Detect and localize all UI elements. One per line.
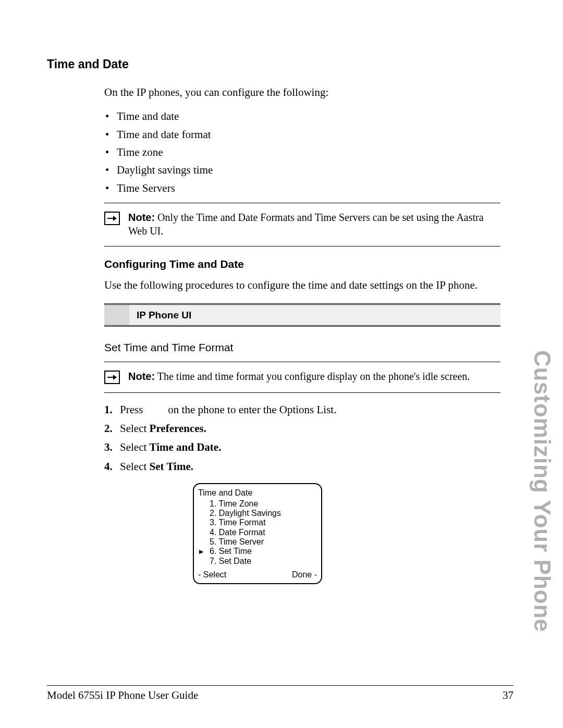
config-bullet-list: Time and date Time and date format Time … bbox=[104, 109, 500, 195]
bullet-item: Daylight savings time bbox=[117, 163, 500, 177]
note-body: Only the Time and Date Formats and Time … bbox=[128, 212, 484, 237]
softkey-done: Done - bbox=[292, 570, 317, 579]
note-text: Note: The time and time format you confi… bbox=[128, 369, 470, 383]
bullet-item: Time and date format bbox=[117, 127, 500, 142]
heading-time-and-date: Time and Date bbox=[47, 57, 513, 71]
step-text: Press bbox=[120, 403, 143, 416]
note-block: Note: The time and time format you confi… bbox=[104, 366, 500, 388]
step-item: Select Preferences. bbox=[104, 421, 500, 436]
step-bold-term: Time and Date. bbox=[150, 441, 222, 453]
note-label: Note: bbox=[128, 212, 155, 223]
step-bold-term: Set Time. bbox=[150, 460, 193, 473]
phone-menu-item: 5. Time Server bbox=[210, 537, 317, 547]
phone-softkeys: - Select Done - bbox=[198, 570, 317, 579]
body-content: On the IP phones, you can configure the … bbox=[104, 85, 500, 584]
ui-bar-tab bbox=[104, 305, 129, 326]
footer-page-number: 37 bbox=[503, 689, 513, 702]
phone-menu-item: 1. Time Zone bbox=[210, 499, 317, 509]
phone-screen-illustration: Time and Date 1. Time Zone 2. Daylight S… bbox=[193, 483, 500, 584]
phone-menu-items: 1. Time Zone 2. Daylight Savings 3. Time… bbox=[198, 499, 317, 566]
ui-context-bar: IP Phone UI bbox=[104, 303, 500, 327]
bullet-item: Time zone bbox=[117, 145, 500, 159]
divider bbox=[104, 203, 500, 203]
phone-menu-item-selected: 6. Set Time bbox=[210, 547, 317, 556]
footer-doc-title: Model 6755i IP Phone User Guide bbox=[47, 689, 198, 702]
step-text: Select bbox=[120, 422, 150, 435]
note-block: Note: Only the Time and Date Formats and… bbox=[104, 207, 500, 242]
document-page: Customizing Your Phone Time and Date On … bbox=[0, 0, 563, 728]
phone-screen: Time and Date 1. Time Zone 2. Daylight S… bbox=[193, 483, 322, 584]
side-section-title: Customizing Your Phone bbox=[529, 350, 555, 632]
step-item: Select Time and Date. bbox=[104, 440, 500, 454]
note-label: Note: bbox=[128, 371, 155, 382]
phone-menu-item: 2. Daylight Savings bbox=[210, 509, 317, 518]
step-item: Presson the phone to enter the Options L… bbox=[104, 402, 500, 417]
softkey-select: - Select bbox=[198, 570, 226, 579]
phone-menu-item: 4. Date Format bbox=[210, 528, 317, 537]
step-bold-term: Preferences. bbox=[150, 422, 206, 435]
sub-intro-paragraph: Use the following procedures to configur… bbox=[104, 278, 500, 292]
procedure-steps: Presson the phone to enter the Options L… bbox=[104, 402, 500, 474]
step-text: Select bbox=[120, 460, 150, 473]
step-text: on the phone to enter the Options List. bbox=[168, 403, 336, 416]
heading-set-time-format: Set Time and Time Format bbox=[104, 340, 500, 355]
phone-menu-item: 7. Set Date bbox=[210, 557, 317, 566]
footer-divider bbox=[47, 685, 513, 686]
phone-menu-item: 3. Time Format bbox=[210, 518, 317, 527]
step-text: Select bbox=[120, 441, 150, 453]
bullet-item: Time and date bbox=[117, 109, 500, 124]
heading-configuring-time-date: Configuring Time and Date bbox=[104, 257, 500, 272]
divider bbox=[104, 362, 500, 362]
intro-paragraph: On the IP phones, you can configure the … bbox=[104, 85, 500, 100]
arrow-right-icon bbox=[104, 371, 120, 384]
phone-menu-title: Time and Date bbox=[198, 488, 317, 498]
note-text: Note: Only the Time and Date Formats and… bbox=[128, 211, 500, 238]
note-body: The time and time format you configure d… bbox=[155, 371, 470, 382]
arrow-right-icon bbox=[104, 212, 120, 225]
ui-bar-label: IP Phone UI bbox=[129, 305, 500, 326]
bullet-item: Time Servers bbox=[117, 181, 500, 195]
divider bbox=[104, 392, 500, 393]
divider bbox=[104, 246, 500, 246]
step-item: Select Set Time. bbox=[104, 459, 500, 474]
page-footer: Model 6755i IP Phone User Guide 37 bbox=[47, 685, 513, 702]
